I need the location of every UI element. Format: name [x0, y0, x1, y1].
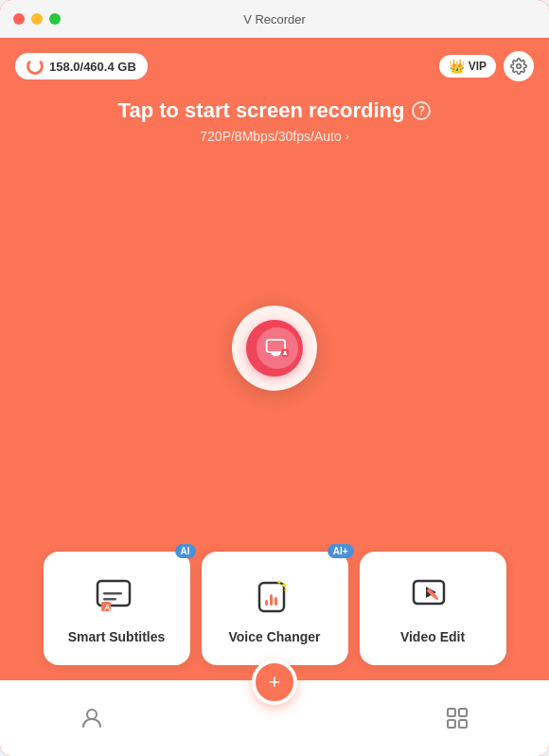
- svg-rect-6: [283, 353, 288, 354]
- gear-icon: [510, 58, 527, 75]
- svg-rect-15: [270, 594, 273, 606]
- tab-profile[interactable]: [0, 680, 183, 756]
- settings-button[interactable]: [504, 51, 534, 81]
- chevron-right-icon: ›: [345, 130, 349, 143]
- svg-rect-27: [448, 720, 455, 728]
- plus-icon: +: [269, 672, 281, 693]
- help-icon[interactable]: ?: [412, 101, 431, 120]
- smart-subtitles-icon: A: [93, 572, 140, 620]
- svg-point-24: [87, 710, 97, 719]
- voice-changer-label: Voice Changer: [229, 629, 321, 644]
- crown-icon: 👑: [449, 59, 465, 74]
- main-content: 158.0/460.4 GB 👑 VIP Tap to start screen…: [0, 38, 549, 680]
- person-icon: [80, 706, 104, 730]
- voice-changer-icon: ✦ ✦ ✦: [251, 572, 298, 620]
- storage-icon: [27, 58, 44, 75]
- svg-rect-14: [265, 600, 268, 606]
- svg-rect-2: [272, 352, 281, 354]
- svg-rect-3: [273, 354, 279, 355]
- svg-rect-28: [459, 720, 467, 728]
- video-edit-card[interactable]: Video Edit: [360, 552, 506, 665]
- add-button-container: +: [252, 659, 297, 705]
- smart-subtitles-label: Smart Subtitles: [68, 629, 166, 644]
- svg-text:A: A: [104, 603, 111, 612]
- close-button[interactable]: [13, 13, 25, 25]
- traffic-lights: [13, 13, 61, 25]
- video-edit-label: Video Edit: [400, 629, 465, 644]
- add-button[interactable]: +: [252, 659, 297, 705]
- feature-cards: AI A Smart Subtitles AI+: [0, 552, 549, 665]
- top-bar: 158.0/460.4 GB 👑 VIP: [0, 51, 549, 81]
- heading-section: Tap to start screen recording ? 720P/8Mb…: [118, 98, 432, 144]
- svg-rect-16: [274, 597, 277, 606]
- ai-badge-subtitles: AI: [175, 544, 196, 558]
- storage-badge: 158.0/460.4 GB: [15, 53, 148, 79]
- svg-point-0: [517, 64, 522, 69]
- window-title: V Recorder: [243, 12, 306, 26]
- smart-subtitles-card[interactable]: AI A Smart Subtitles: [44, 552, 190, 665]
- main-title: Tap to start screen recording ?: [118, 98, 432, 123]
- subtitle-text: 720P/8Mbps/30fps/Auto: [200, 129, 341, 144]
- side-record-button[interactable]: [257, 327, 298, 369]
- storage-label: 158.0/460.4 GB: [49, 60, 136, 74]
- app-window: V Recorder 158.0/460.4 GB 👑 VIP: [0, 0, 549, 756]
- svg-text:✦: ✦: [276, 579, 282, 586]
- ai-badge-voice: AI+: [328, 544, 354, 558]
- main-title-text: Tap to start screen recording: [118, 98, 405, 123]
- maximize-button[interactable]: [49, 13, 61, 25]
- tab-grid[interactable]: [366, 680, 549, 756]
- subtitle[interactable]: 720P/8Mbps/30fps/Auto ›: [118, 129, 432, 144]
- grid-icon: [445, 706, 469, 730]
- svg-rect-25: [448, 709, 455, 716]
- vip-badge[interactable]: 👑 VIP: [439, 55, 496, 78]
- title-bar: V Recorder: [0, 0, 549, 38]
- minimize-button[interactable]: [31, 13, 43, 25]
- svg-rect-12: [103, 598, 116, 601]
- video-edit-icon: [409, 572, 456, 620]
- bottom-tab-bar: +: [0, 680, 549, 756]
- svg-rect-11: [103, 592, 122, 595]
- screen-record-icon: [265, 336, 290, 360]
- top-right: 👑 VIP: [439, 51, 534, 81]
- record-area: [232, 144, 317, 552]
- vip-label: VIP: [469, 60, 487, 73]
- voice-changer-card[interactable]: AI+ ✦ ✦ ✦ Voice Changer: [202, 552, 348, 665]
- svg-rect-26: [459, 709, 467, 716]
- svg-text:✦: ✦: [283, 588, 288, 593]
